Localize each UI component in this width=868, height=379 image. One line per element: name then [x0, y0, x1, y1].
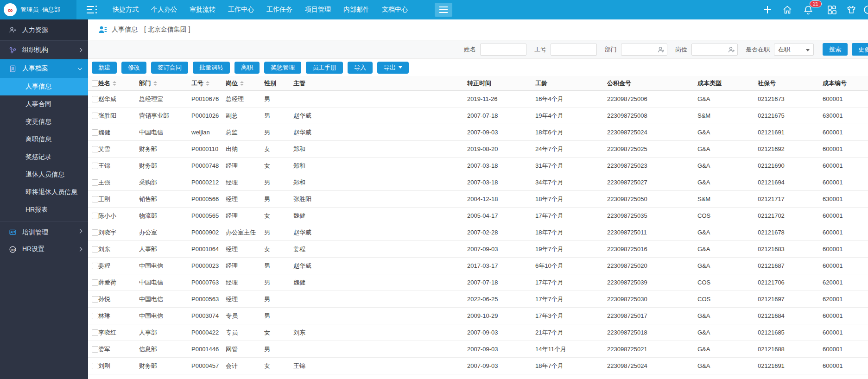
sidebar-item-2[interactable]: 组织机构 — [0, 41, 88, 59]
filter-input-field-2[interactable] — [551, 44, 596, 55]
row-checkbox[interactable] — [92, 329, 98, 336]
table-row[interactable]: 陈小小物流部P0000565经理女魏健2005-04-1717年7个月22309… — [88, 208, 868, 224]
table-row[interactable]: 赵华威总经理室P0010676总经理男2019-11-2616年4个月22309… — [88, 91, 868, 107]
app-logo-icon[interactable]: ∞ — [4, 3, 17, 16]
row-checkbox[interactable] — [92, 213, 98, 219]
table-row[interactable]: 李晓红人事部P0000422专员女刘东2007-09-0321年7个月22309… — [88, 324, 868, 341]
apps-grid-icon[interactable] — [827, 5, 837, 15]
row-checkbox[interactable] — [92, 229, 98, 236]
column-header-8[interactable]: 工龄 — [535, 79, 607, 88]
theme-shirt-icon[interactable] — [846, 5, 856, 15]
column-header-12[interactable]: 成本编号 — [823, 79, 868, 88]
table-row[interactable]: 王锦财务部P0000748经理女郑和2007-03-1831年7个月223098… — [88, 158, 868, 174]
topbar-menu-item-3[interactable]: 审批流转 — [190, 6, 215, 14]
sidebar-group-hr[interactable]: 人力资源 — [0, 19, 88, 41]
employment-status-select[interactable]: 在职 — [774, 44, 814, 56]
sidebar-item-12[interactable]: 培训管理 — [0, 221, 88, 240]
column-header-9[interactable]: 公积金号 — [607, 79, 697, 88]
filter-input-field-1[interactable] — [481, 44, 526, 55]
column-header-2[interactable]: 部门 — [139, 79, 191, 88]
row-checkbox[interactable] — [92, 313, 98, 319]
table-row[interactable]: 张胜阳营销事业部P0001026副总男赵华威2007-07-1819年4个月22… — [88, 107, 868, 124]
row-checkbox[interactable] — [92, 346, 98, 353]
sort-arrows-icon[interactable] — [206, 81, 209, 86]
table-row[interactable]: 娄军信息部P0001446网管男2007-09-0314年11个月2230987… — [88, 341, 868, 358]
column-header-1[interactable]: 姓名 — [98, 79, 139, 88]
table-row[interactable]: 王刚销售部P0000566经理男张胜阳2004-12-1818年7个月22309… — [88, 191, 868, 208]
row-checkbox[interactable] — [92, 263, 98, 269]
topbar-menu-item-6[interactable]: 项目管理 — [305, 6, 331, 14]
table-row[interactable]: 艾雪财务部P0000110出纳女郑和2019-08-2024年7个月223098… — [88, 141, 868, 158]
row-checkbox[interactable] — [92, 179, 98, 186]
home-icon[interactable] — [782, 5, 792, 15]
sidebar-subitem-11[interactable]: HR报表 — [0, 201, 88, 219]
sidebar-subitem-4[interactable]: 人事信息 — [0, 78, 88, 95]
toolbar-button-3[interactable]: 签订合同 — [151, 62, 188, 74]
table-row[interactable]: 孙悦中国电信P0000563经理男2022-06-2517年7个月2230987… — [88, 291, 868, 308]
topbar-menu-item-2[interactable]: 个人办公 — [151, 6, 177, 14]
row-checkbox[interactable] — [92, 129, 98, 136]
column-header-3[interactable]: 工号 — [191, 79, 226, 88]
column-header-10[interactable]: 成本类型 — [697, 79, 758, 88]
sidebar-subitem-6[interactable]: 变更信息 — [0, 113, 88, 131]
table-row[interactable]: 王强采购部P0000212经理男郑和2007-03-1834年7个月223098… — [88, 174, 868, 191]
column-header-11[interactable]: 社保号 — [758, 79, 823, 88]
column-header-6[interactable]: 主管 — [293, 79, 467, 88]
row-checkbox[interactable] — [92, 363, 98, 369]
collapse-menu-icon[interactable] — [87, 6, 97, 14]
row-checkbox[interactable] — [92, 296, 98, 303]
sort-arrows-icon[interactable] — [153, 81, 157, 86]
topbar-menu-item-8[interactable]: 文档中心 — [382, 6, 408, 14]
table-row[interactable]: 林琳中国电信P0003074专员男2009-10-2917年3个月2230987… — [88, 308, 868, 324]
toolbar-button-5[interactable]: 离职 — [234, 62, 260, 74]
column-header-7[interactable]: 转正时间 — [467, 79, 535, 88]
sidebar-subitem-7[interactable]: 离职信息 — [0, 131, 88, 148]
sidebar-item-3[interactable]: 人事档案 — [0, 59, 88, 78]
search-button[interactable]: 搜索 — [823, 43, 848, 56]
sidebar-subitem-9[interactable]: 退休人员信息 — [0, 166, 88, 183]
table-row[interactable]: 魏健中国电信weijian总监男赵华威2007-09-0318年6个月22309… — [88, 124, 868, 141]
row-checkbox[interactable] — [92, 196, 98, 202]
sort-arrows-icon[interactable] — [113, 81, 116, 86]
topbar-menu-item-5[interactable]: 工作任务 — [266, 6, 292, 14]
row-checkbox[interactable] — [92, 246, 98, 253]
row-checkbox[interactable] — [92, 96, 98, 102]
more-query-button[interactable]: 更多查询 — [852, 43, 868, 56]
more-menu-icon[interactable] — [435, 3, 452, 17]
sidebar-item-13[interactable]: HRHR设置 — [0, 240, 88, 259]
sidebar-subitem-5[interactable]: 人事合同 — [0, 95, 88, 113]
table-row[interactable]: 薛爱荷中国电信P0000763经理男魏健2007-07-1817年7个月2230… — [88, 274, 868, 291]
topbar-menu-item-1[interactable]: 快捷方式 — [113, 6, 139, 14]
row-checkbox[interactable] — [92, 146, 98, 152]
sort-arrows-icon[interactable] — [240, 81, 244, 86]
toolbar-button-8[interactable]: 导入 — [348, 62, 373, 74]
toolbar-button-1[interactable]: 新建 — [92, 62, 117, 74]
cell-工号: P0001026 — [191, 112, 226, 119]
sidebar-subitem-8[interactable]: 奖惩记录 — [0, 148, 88, 166]
row-checkbox[interactable] — [92, 163, 98, 169]
topbar-menu-item-7[interactable]: 内部邮件 — [343, 6, 369, 14]
row-checkbox[interactable] — [92, 113, 98, 119]
user-plus-icon[interactable] — [728, 46, 735, 54]
toolbar-button-6[interactable]: 奖惩管理 — [264, 62, 301, 74]
column-header-4[interactable]: 岗位 — [226, 79, 264, 88]
toolbar-button-9[interactable]: 导出 — [377, 62, 409, 74]
cell-工号: P0000566 — [191, 196, 226, 202]
cell-岗位: 经理 — [226, 178, 264, 187]
topbar-menu-item-4[interactable]: 工作中心 — [228, 6, 254, 14]
table-row[interactable]: 刘刚财务部P0000457会计女王锦2007-09-0318年7个月223098… — [88, 358, 868, 374]
help-circle-icon[interactable] — [863, 5, 868, 15]
user-plus-icon[interactable] — [657, 46, 665, 54]
toolbar-button-4[interactable]: 批量调转 — [193, 62, 230, 74]
row-checkbox[interactable] — [92, 279, 98, 286]
table-row[interactable]: 刘晓宇办公室P0000902办公室主任男赵华威2007-02-2818年7个月2… — [88, 224, 868, 241]
table-row[interactable]: 姜程中国电信P0000023经理男赵华威2017-03-176年10个月2230… — [88, 258, 868, 274]
column-header-5[interactable]: 性别 — [264, 79, 293, 88]
sidebar-subitem-10[interactable]: 即将退休人员信息 — [0, 183, 88, 201]
table-row[interactable]: 刘东人事部P0001064经理女姜程2007-09-0319年7个月223098… — [88, 241, 868, 258]
select-all-checkbox[interactable] — [92, 80, 98, 87]
plus-icon[interactable] — [762, 5, 773, 15]
cell-成本类型: G&A — [697, 246, 758, 253]
toolbar-button-7[interactable]: 员工手册 — [306, 62, 343, 74]
toolbar-button-2[interactable]: 修改 — [121, 62, 146, 74]
